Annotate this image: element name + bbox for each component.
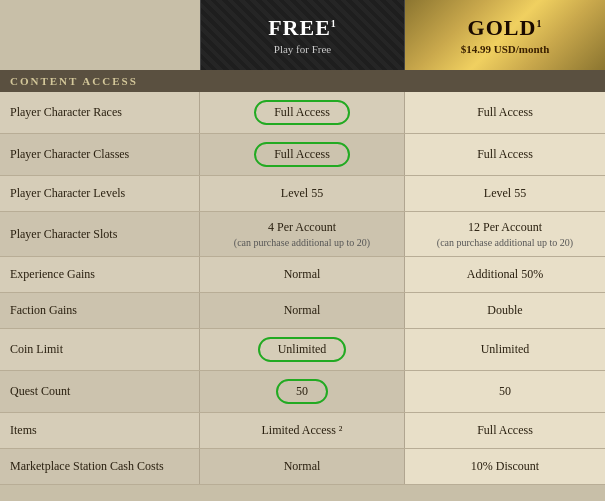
gold-title-text: GOLD <box>468 15 537 40</box>
gold-column-header: GOLD1 $14.99 USD/month <box>405 0 605 70</box>
header-row: FREE1 Play for Free GOLD1 $14.99 USD/mon… <box>0 0 605 70</box>
row-gold-value: 12 Per Account(can purchase additional u… <box>405 212 605 256</box>
section-header: CONTENT ACCESS <box>0 70 605 92</box>
row-free-value: Normal <box>200 449 405 484</box>
free-value-highlighted: Full Access <box>254 142 350 167</box>
row-free-value: Full Access <box>200 134 405 175</box>
free-value-text: 4 Per Account <box>268 220 336 235</box>
free-value-highlighted: 50 <box>276 379 328 404</box>
row-label: Coin Limit <box>0 329 200 370</box>
row-free-value: 50 <box>200 371 405 412</box>
gold-value-text: Additional 50% <box>467 267 543 282</box>
free-title-text: FREE <box>268 15 331 40</box>
gold-value-text: 10% Discount <box>471 459 539 474</box>
row-free-value: Unlimited <box>200 329 405 370</box>
row-free-value: Normal <box>200 257 405 292</box>
row-free-value: Normal <box>200 293 405 328</box>
free-value-text: Limited Access ² <box>262 423 343 438</box>
row-label: Quest Count <box>0 371 200 412</box>
table-row: Player Character Slots4 Per Account(can … <box>0 212 605 257</box>
row-free-value: Level 55 <box>200 176 405 211</box>
gold-sup: 1 <box>536 18 542 29</box>
row-free-value: Limited Access ² <box>200 413 405 448</box>
row-label: Marketplace Station Cash Costs <box>0 449 200 484</box>
gold-sub-text: (can purchase additional up to 20) <box>437 237 573 248</box>
row-gold-value: 50 <box>405 371 605 412</box>
table-row: Quest Count5050 <box>0 371 605 413</box>
row-label: Player Character Levels <box>0 176 200 211</box>
row-free-value: 4 Per Account(can purchase additional up… <box>200 212 405 256</box>
gold-value-text: Level 55 <box>484 186 526 201</box>
free-value-text: Normal <box>284 267 321 282</box>
gold-title: GOLD1 <box>468 15 543 41</box>
row-label: Player Character Races <box>0 92 200 133</box>
row-gold-value: Additional 50% <box>405 257 605 292</box>
table-row: Experience GainsNormalAdditional 50% <box>0 257 605 293</box>
table-row: ItemsLimited Access ²Full Access <box>0 413 605 449</box>
header-label-spacer <box>0 0 200 70</box>
gold-value-text: 50 <box>499 384 511 399</box>
row-gold-value: Full Access <box>405 92 605 133</box>
gold-subtitle: $14.99 USD/month <box>461 43 550 55</box>
table-row: Faction GainsNormalDouble <box>0 293 605 329</box>
free-subtitle: Play for Free <box>274 43 331 55</box>
free-sub-text: (can purchase additional up to 20) <box>234 237 370 248</box>
free-value-highlighted: Unlimited <box>258 337 347 362</box>
table-body: Player Character RacesFull AccessFull Ac… <box>0 92 605 485</box>
gold-value-text: 12 Per Account <box>468 220 542 235</box>
gold-value-text: Full Access <box>477 147 533 162</box>
gold-value-text: Unlimited <box>481 342 530 357</box>
row-gold-value: Unlimited <box>405 329 605 370</box>
free-header-bg: FREE1 Play for Free <box>201 0 404 70</box>
row-gold-value: Level 55 <box>405 176 605 211</box>
gold-value-text: Full Access <box>477 105 533 120</box>
row-gold-value: Full Access <box>405 134 605 175</box>
row-label: Experience Gains <box>0 257 200 292</box>
row-gold-value: 10% Discount <box>405 449 605 484</box>
free-column-header: FREE1 Play for Free <box>200 0 405 70</box>
table-row: Player Character ClassesFull AccessFull … <box>0 134 605 176</box>
gold-value-text: Full Access <box>477 423 533 438</box>
row-free-value: Full Access <box>200 92 405 133</box>
free-value-text: Normal <box>284 303 321 318</box>
table-row: Player Character LevelsLevel 55Level 55 <box>0 176 605 212</box>
row-label: Player Character Classes <box>0 134 200 175</box>
table-row: Marketplace Station Cash CostsNormal10% … <box>0 449 605 485</box>
gold-value-text: Double <box>487 303 522 318</box>
free-sup: 1 <box>331 18 337 29</box>
comparison-table: FREE1 Play for Free GOLD1 $14.99 USD/mon… <box>0 0 605 485</box>
free-title: FREE1 <box>268 15 337 41</box>
row-gold-value: Full Access <box>405 413 605 448</box>
free-value-text: Normal <box>284 459 321 474</box>
table-row: Player Character RacesFull AccessFull Ac… <box>0 92 605 134</box>
free-value-text: Level 55 <box>281 186 323 201</box>
row-label: Player Character Slots <box>0 212 200 256</box>
free-value-highlighted: Full Access <box>254 100 350 125</box>
row-gold-value: Double <box>405 293 605 328</box>
row-label: Faction Gains <box>0 293 200 328</box>
table-row: Coin LimitUnlimitedUnlimited <box>0 329 605 371</box>
row-label: Items <box>0 413 200 448</box>
